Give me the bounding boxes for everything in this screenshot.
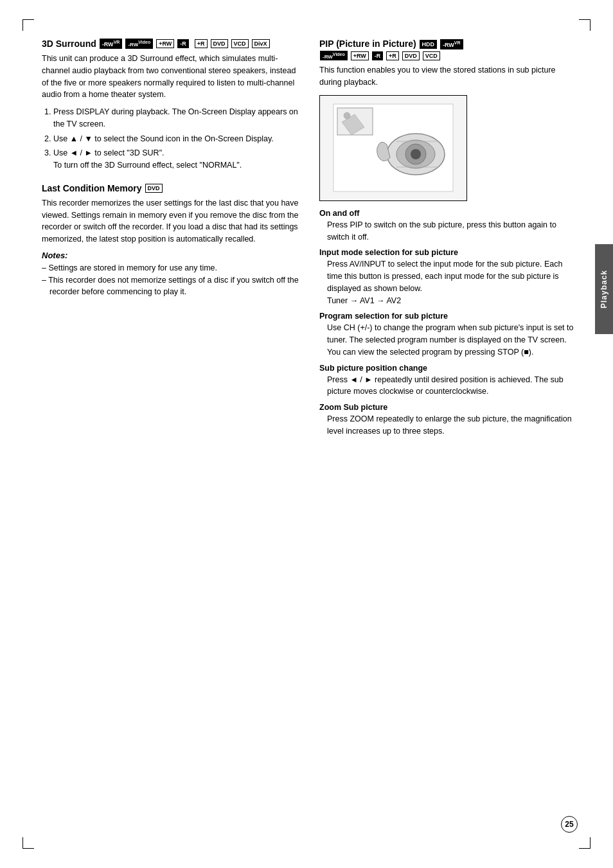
note-1: Settings are stored in memory for use an… — [42, 262, 300, 274]
badge-plusr-1: +R — [195, 39, 208, 48]
badge-hdd: HDD — [420, 40, 438, 49]
sub-heading-position-change: Sub picture position change — [319, 364, 578, 373]
title-text-3d: 3D Surround — [42, 39, 96, 49]
body-pip: This function enables you to view the st… — [319, 64, 578, 89]
subsection-input-mode: Input mode selection for sub picture Pre… — [319, 248, 578, 306]
section-3d-surround-title: 3D Surround -RWVR -RWVideo +RW -R +R DVD… — [42, 39, 300, 49]
section-pip-title: PIP (Picture in Picture) HDD -RWVR -RWVi… — [319, 39, 578, 60]
svg-point-5 — [411, 149, 421, 159]
badge-minusr-2: -R — [372, 51, 384, 60]
sub-body-zoom-sub: Press ZOOM repeatedly to enlarge the sub… — [319, 413, 578, 438]
subsection-program-selection: Program selection for sub picture Use CH… — [319, 312, 578, 358]
sub-body-position-change: Press ◄ / ► repeatedly until desired pos… — [319, 374, 578, 398]
badge-rwvr-1: -RWVR — [100, 39, 123, 49]
notes-title: Notes: — [42, 251, 300, 260]
sub-heading-program-selection: Program selection for sub picture — [319, 312, 578, 321]
badge-minusr-1: -R — [177, 39, 189, 48]
badge-dvd-2: DVD — [402, 51, 420, 60]
pip-illustration — [319, 95, 467, 201]
step-1: Press DISPLAY during playback. The On-Sc… — [53, 106, 300, 130]
badge-dvd-1: DVD — [211, 39, 228, 48]
right-column: PIP (Picture in Picture) HDD -RWVR -RWVi… — [319, 39, 578, 440]
badge-vcd-1: VCD — [231, 39, 249, 48]
sub-body-input-mode: Press AV/INPUT to select the input mode … — [319, 258, 578, 306]
section-3d-surround: 3D Surround -RWVR -RWVideo +RW -R +R DVD… — [42, 39, 300, 172]
title-text-pip: PIP (Picture in Picture) — [319, 39, 416, 49]
step-2: Use ▲ / ▼ to select the Sound icon in th… — [53, 133, 300, 145]
svg-point-8 — [344, 112, 350, 119]
sub-body-program-selection: Use CH (+/-) to change the program when … — [319, 322, 578, 358]
step-3: Use ◄ / ► to select "3D SUR".To turn off… — [53, 147, 300, 172]
badge-rwvr-2: -RWVR — [440, 39, 463, 49]
badge-rwvideo-2: -RWVideo — [320, 51, 348, 61]
badge-divx-1: DivX — [252, 39, 270, 48]
steps-3d-surround: Press DISPLAY during playback. The On-Sc… — [42, 106, 300, 172]
badge-plusrw-1: +RW — [156, 39, 174, 48]
notes-section: Notes: Settings are stored in memory for… — [42, 251, 300, 298]
body-3d-surround: This unit can produce a 3D Surround effe… — [42, 53, 300, 101]
badge-rwvideo-1: -RWVideo — [125, 39, 153, 49]
badge-plusrw-2: +RW — [351, 51, 369, 60]
subsection-zoom-sub: Zoom Sub picture Press ZOOM repeatedly t… — [319, 403, 578, 438]
badge-dvd-lcm: DVD — [145, 184, 163, 193]
sub-body-on-off: Press PIP to switch on the sub picture, … — [319, 219, 578, 244]
sub-heading-zoom-sub: Zoom Sub picture — [319, 403, 578, 412]
badge-vcd-2: VCD — [423, 51, 440, 60]
section-pip: PIP (Picture in Picture) HDD -RWVR -RWVi… — [319, 39, 578, 438]
notes-list: Settings are stored in memory for use an… — [42, 262, 300, 298]
sub-heading-input-mode: Input mode selection for sub picture — [319, 248, 578, 257]
left-column: 3D Surround -RWVR -RWVideo +RW -R +R DVD… — [42, 39, 300, 440]
title-text-last-condition: Last Condition Memory — [42, 183, 142, 193]
section-last-condition: Last Condition Memory DVD This recorder … — [42, 183, 300, 298]
body-last-condition: This recorder memorizes the user setting… — [42, 197, 300, 245]
note-2: This recorder does not memorize settings… — [42, 274, 300, 299]
section-last-condition-title: Last Condition Memory DVD — [42, 183, 300, 193]
subsection-position-change: Sub picture position change Press ◄ / ► … — [319, 364, 578, 398]
badge-plusr-2: +R — [386, 51, 399, 60]
pip-svg — [332, 103, 454, 193]
subsection-on-off: On and off Press PIP to switch on the su… — [319, 209, 578, 244]
sub-heading-on-off: On and off — [319, 209, 578, 218]
